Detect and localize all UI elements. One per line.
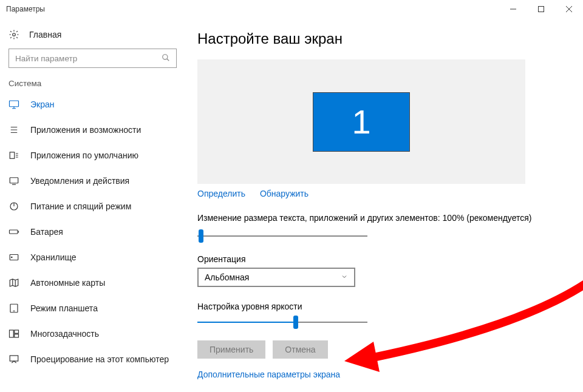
sidebar-item-label: Режим планшета <box>30 303 98 313</box>
sidebar-item-projecting[interactable]: Проецирование на этот компьютер <box>0 346 185 372</box>
gear-icon <box>9 29 19 40</box>
sidebar-item-multitasking[interactable]: Многозадачность <box>0 321 185 346</box>
storage-icon <box>9 252 19 263</box>
tablet-icon <box>9 303 19 314</box>
sidebar-home-label: Главная <box>29 30 61 39</box>
svg-rect-12 <box>15 330 19 333</box>
battery-icon <box>9 226 19 237</box>
list-icon <box>9 124 19 135</box>
svg-rect-0 <box>539 7 544 12</box>
sidebar-item-notifications[interactable]: Уведомления и действия <box>0 168 185 194</box>
brightness-label: Настройка уровня яркости <box>197 302 571 311</box>
cancel-button[interactable]: Отмена <box>273 340 327 359</box>
sidebar-item-label: Питание и спящий режим <box>30 201 131 211</box>
maximize-button[interactable] <box>527 0 555 18</box>
sidebar-item-power[interactable]: Питание и спящий режим <box>0 194 185 219</box>
monitor-icon <box>9 99 19 110</box>
page-title: Настройте ваш экран <box>197 30 571 47</box>
sidebar-item-battery[interactable]: Батарея <box>0 219 185 245</box>
monitor-1[interactable]: 1 <box>313 92 410 152</box>
orientation-select[interactable]: Альбомная <box>197 268 355 287</box>
svg-point-2 <box>163 54 168 59</box>
project-icon <box>9 354 19 365</box>
svg-rect-5 <box>10 178 18 183</box>
notification-icon <box>9 175 19 186</box>
sidebar-item-label: Проецирование на этот компьютер <box>30 354 169 364</box>
display-preview[interactable]: 1 <box>197 59 525 184</box>
map-icon <box>9 277 19 288</box>
orientation-label: Ориентация <box>197 254 571 264</box>
scale-label: Изменение размера текста, приложений и д… <box>197 213 571 223</box>
svg-rect-3 <box>10 101 19 107</box>
sidebar-item-tablet-mode[interactable]: Режим планшета <box>0 296 185 321</box>
window-title: Параметры <box>6 5 45 13</box>
sidebar-item-storage[interactable]: Хранилище <box>0 245 185 270</box>
sidebar-home[interactable]: Главная <box>0 29 185 49</box>
brightness-slider[interactable] <box>197 315 367 329</box>
sidebar-item-label: Приложения по умолчанию <box>30 150 138 160</box>
sidebar-item-label: Приложения и возможности <box>30 125 141 135</box>
sidebar-item-label: Уведомления и действия <box>30 176 129 186</box>
sidebar-item-offline-maps[interactable]: Автономные карты <box>0 270 185 296</box>
sidebar-item-label: Экран <box>30 100 55 109</box>
svg-rect-11 <box>10 330 14 337</box>
multitask-icon <box>9 328 19 339</box>
svg-rect-14 <box>10 356 18 361</box>
sidebar-item-label: Многозадачность <box>30 329 99 339</box>
search-icon <box>162 53 170 64</box>
sidebar-item-display[interactable]: Экран <box>0 92 185 117</box>
scale-slider[interactable] <box>197 229 367 243</box>
search-input[interactable]: Найти параметр <box>9 49 177 68</box>
svg-rect-13 <box>15 334 19 337</box>
svg-point-9 <box>12 257 13 258</box>
sidebar-item-label: Батарея <box>30 227 63 237</box>
sidebar-item-apps-features[interactable]: Приложения и возможности <box>0 117 185 143</box>
minimize-button[interactable] <box>499 0 527 18</box>
detect-link[interactable]: Обнаружить <box>260 189 309 198</box>
search-placeholder: Найти параметр <box>15 54 162 63</box>
chevron-down-icon <box>341 272 348 282</box>
sidebar-item-label: Автономные карты <box>30 278 105 288</box>
sidebar-item-label: Хранилище <box>30 252 77 262</box>
svg-point-1 <box>13 33 16 36</box>
sidebar-section-label: Система <box>0 79 185 92</box>
sidebar-item-default-apps[interactable]: Приложения по умолчанию <box>0 143 185 168</box>
identify-link[interactable]: Определить <box>197 189 245 198</box>
svg-rect-4 <box>10 152 15 159</box>
monitor-number: 1 <box>352 102 370 141</box>
svg-rect-7 <box>10 230 18 234</box>
orientation-value: Альбомная <box>205 272 249 282</box>
advanced-display-link[interactable]: Дополнительные параметры экрана <box>197 370 571 379</box>
power-icon <box>9 201 19 212</box>
defaults-icon <box>9 150 19 161</box>
apply-button[interactable]: Применить <box>197 340 265 359</box>
close-button[interactable] <box>555 0 583 18</box>
